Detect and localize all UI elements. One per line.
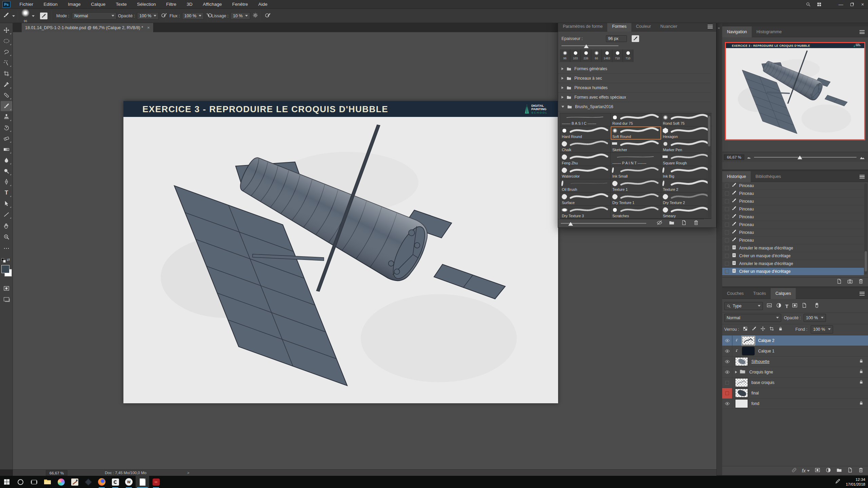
layer-thumbnail[interactable] <box>742 347 755 355</box>
brush-item[interactable]: Rond Soft 75 <box>661 113 711 126</box>
brush-item[interactable]: Marker Pen <box>661 140 711 153</box>
menu-selection[interactable]: Sélection <box>133 0 160 9</box>
history-step[interactable]: Pinceau <box>722 229 864 237</box>
layer-row-final[interactable]: final <box>722 388 868 399</box>
history-step[interactable]: Créer un masque d'écrêtage <box>722 252 864 260</box>
task-view-icon[interactable] <box>27 476 41 488</box>
filter-type-icon[interactable]: T <box>785 303 788 309</box>
brush-item[interactable]: Rond dur 75 <box>611 113 661 126</box>
menu-3d[interactable]: 3D <box>182 0 197 9</box>
layer-row-croquis-ligne[interactable]: Croquis ligne <box>722 367 868 378</box>
layer-row-calque-1[interactable]: Calque 1 <box>722 346 868 357</box>
default-colors-icon[interactable] <box>1 258 5 262</box>
layer-blend-mode-select[interactable]: Normal <box>724 314 781 322</box>
opacity-field[interactable]: 100 % <box>137 12 159 20</box>
swap-colors-icon[interactable]: ⇄ <box>7 258 10 262</box>
cortana-icon[interactable] <box>14 476 27 488</box>
brush-item[interactable]: Feng Zhu <box>560 153 611 166</box>
eyedropper-tool[interactable] <box>1 79 12 89</box>
move-tool[interactable] <box>1 25 12 35</box>
navigator-menu-icon[interactable] <box>860 30 865 34</box>
tab-historique[interactable]: Historique <box>722 171 751 182</box>
recent-brush[interactable]: 710 <box>612 49 623 62</box>
history-step[interactable]: Annuler le masque d'écrêtage <box>722 244 864 252</box>
recent-brush[interactable]: 710 <box>623 49 633 62</box>
layer-thumbnail[interactable] <box>735 378 748 387</box>
folder-pinceaux-humides[interactable]: Pinceaux humides <box>558 83 711 93</box>
recent-brush[interactable]: 96 <box>560 49 570 62</box>
brush-item[interactable]: Smeary <box>661 206 711 219</box>
inkscape-icon[interactable] <box>81 476 95 488</box>
visibility-eye-empty[interactable] <box>722 378 732 388</box>
visibility-eye-icon[interactable] <box>722 336 732 346</box>
zoom-tool[interactable] <box>1 232 12 242</box>
history-step[interactable]: Pinceau <box>722 190 864 198</box>
visibility-eye-icon[interactable] <box>722 367 732 378</box>
tab-bibliotheques[interactable]: Bibliothèques <box>751 171 786 182</box>
brush-item[interactable]: Hard Round <box>560 126 611 140</box>
layer-thumbnail[interactable] <box>742 336 755 345</box>
paint-symmetry-icon[interactable] <box>264 12 271 20</box>
smoothing-field[interactable]: 10 % <box>231 12 250 20</box>
navigator-zoom-slider[interactable] <box>754 157 856 158</box>
start-button[interactable] <box>0 476 14 488</box>
add-layer-mask-icon[interactable] <box>814 467 821 474</box>
adjustment-layer-icon[interactable] <box>825 467 831 474</box>
layer-style-fx-icon[interactable]: fx <box>802 468 810 473</box>
tab-couches[interactable]: Couches <box>722 288 748 299</box>
visibility-eye-icon[interactable] <box>722 346 732 357</box>
smoothing-gear-icon[interactable] <box>252 12 258 20</box>
wacom-icon[interactable]: W <box>122 476 136 488</box>
brush-item[interactable]: Ink Big <box>661 166 711 179</box>
menu-filtre[interactable]: Filtre <box>162 0 181 9</box>
notes-app-icon[interactable] <box>136 476 149 488</box>
new-layer-icon[interactable] <box>847 467 853 474</box>
tab-traces[interactable]: Tracés <box>748 288 771 299</box>
path-selection-tool[interactable] <box>1 199 12 209</box>
brush-item[interactable]: Dry Texture 2 <box>661 192 711 206</box>
restore-button[interactable] <box>846 0 857 9</box>
eraser-tool[interactable] <box>1 134 12 144</box>
layer-row-fond[interactable]: fond <box>722 399 868 409</box>
recent-brush[interactable]: 1463 <box>602 49 612 62</box>
brush-size-slider[interactable] <box>561 45 618 46</box>
tab-navigation[interactable]: Navigation <box>722 26 752 37</box>
group-expand-chevron[interactable] <box>735 371 737 373</box>
menu-affichage[interactable]: Affichage <box>198 0 226 9</box>
zoom-out-mountain-icon[interactable] <box>747 156 751 159</box>
pen-tool[interactable] <box>1 177 12 187</box>
lock-transparency-icon[interactable] <box>743 326 748 333</box>
layer-thumbnail[interactable] <box>735 399 748 408</box>
firefox-icon[interactable] <box>95 476 108 488</box>
screen-mode-icon[interactable] <box>1 294 12 304</box>
delete-brush-icon[interactable] <box>693 220 699 227</box>
layer-fill-field[interactable]: 100 % <box>811 325 833 333</box>
brush-item[interactable]: Watercolor <box>560 166 611 179</box>
krita-icon[interactable] <box>54 476 68 488</box>
paint-app-icon[interactable] <box>68 476 81 488</box>
collapse-dock-icon[interactable]: « <box>718 26 719 30</box>
folder-effets-speciaux[interactable]: Formes avec effets spéciaux <box>558 93 711 102</box>
new-brush-icon[interactable] <box>681 220 687 227</box>
history-step[interactable]: Pinceau <box>722 221 864 229</box>
delete-state-icon[interactable] <box>858 278 864 286</box>
brush-size-field[interactable]: 96 px <box>606 35 627 42</box>
blend-mode-select[interactable]: Normal <box>72 12 117 20</box>
file-explorer-icon[interactable] <box>41 476 54 488</box>
history-step-selected[interactable]: Créer un masque d'écrêtage <box>722 268 864 276</box>
opacity-pressure-icon[interactable] <box>161 12 167 20</box>
navigator-proxy-view[interactable] <box>725 42 865 140</box>
navigator-zoom-field[interactable]: 66,67 % <box>724 155 744 160</box>
lock-position-icon[interactable] <box>760 326 766 333</box>
edit-toolbar-icon[interactable] <box>1 243 12 253</box>
brush-item[interactable]: Square Rough <box>661 153 711 166</box>
brush-preview-size-slider[interactable] <box>561 223 646 224</box>
layer-thumbnail[interactable] <box>735 389 748 398</box>
menu-calque[interactable]: Calque <box>86 0 110 9</box>
foreground-color-swatch[interactable] <box>1 265 9 273</box>
quick-selection-tool[interactable] <box>1 58 12 68</box>
new-brush-group-icon[interactable] <box>669 220 675 227</box>
lock-artboard-icon[interactable] <box>769 326 774 333</box>
history-scrollbar[interactable] <box>864 183 867 274</box>
brush-item[interactable]: Oil Brush <box>560 179 611 192</box>
